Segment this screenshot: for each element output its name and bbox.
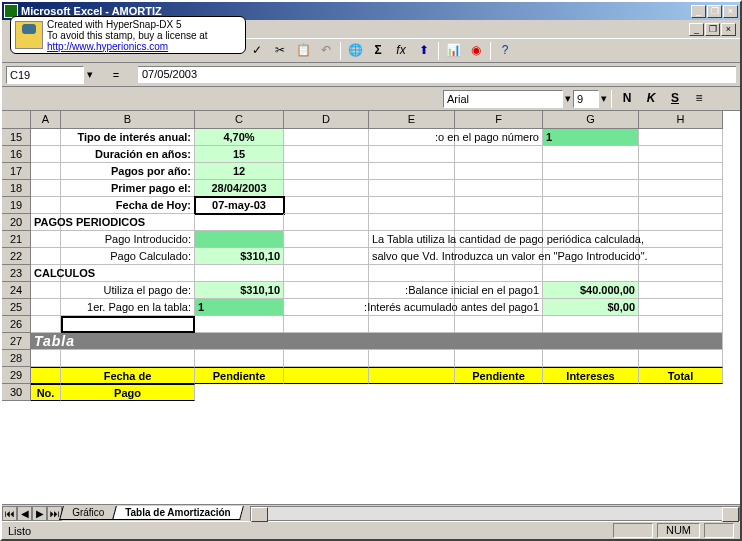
cell[interactable] [639,197,723,214]
val-primer[interactable]: 28/04/2003 [195,180,284,197]
cell[interactable] [284,214,369,231]
cell[interactable] [639,231,723,248]
row-header[interactable]: 19 [2,197,31,214]
label-intacum[interactable]: Interés acumulado antes del pago1: [455,299,543,316]
cell[interactable] [639,163,723,180]
cell[interactable] [639,316,723,333]
formula-bar[interactable]: 07/05/2003 [138,66,736,83]
cell[interactable] [543,350,639,367]
hdr-no[interactable]: No. [31,384,61,401]
row-header[interactable]: 23 [2,265,31,282]
function-icon[interactable]: fx [390,40,412,61]
col-header[interactable]: E [369,111,455,129]
hdr-fecha[interactable]: Pago31128-abr-03$40.000,00$156,67$153,44… [61,384,195,401]
underline-button[interactable]: S [664,88,686,109]
label-primerpago[interactable]: 1er. Pago en la tabla: [61,299,195,316]
cell[interactable] [284,231,369,248]
cell[interactable] [369,146,455,163]
section-calculos[interactable]: CALCULOS [31,265,61,282]
val-dur[interactable]: 15 [195,146,284,163]
cell[interactable] [284,282,369,299]
cell[interactable] [543,197,639,214]
cell[interactable] [369,180,455,197]
cell[interactable] [639,214,723,231]
undo-icon[interactable]: ↶ [315,40,337,61]
cell[interactable] [369,316,455,333]
col-header[interactable]: D [284,111,369,129]
chart-icon[interactable]: 📊 [442,40,464,61]
cell[interactable] [284,316,369,333]
cell[interactable] [284,146,369,163]
chevron-down-icon[interactable]: ▾ [601,92,607,105]
cell[interactable] [284,265,369,282]
cell[interactable] [31,180,61,197]
cell[interactable] [455,146,543,163]
cell[interactable] [543,146,639,163]
cell[interactable] [31,146,61,163]
row-header[interactable]: 16 [2,146,31,163]
val-hoy[interactable]: 07-may-03 [195,197,284,214]
doc-restore-button[interactable]: ❐ [705,23,720,36]
cell[interactable] [639,248,723,265]
label-pagonum[interactable]: o en el pago número: [455,129,543,146]
cell[interactable] [543,316,639,333]
val-ppa[interactable]: 12 [195,163,284,180]
col-header[interactable]: F [455,111,543,129]
doc-minimize-button[interactable]: _ [689,23,704,36]
next-sheet-button[interactable]: ▶ [32,506,47,521]
col-header[interactable]: A [31,111,61,129]
cell[interactable] [31,282,61,299]
sort-icon[interactable]: ⬆ [413,40,435,61]
cell-reference-box[interactable] [6,66,84,84]
cell[interactable] [455,316,543,333]
cell[interactable] [369,214,455,231]
row-header[interactable]: 28 [2,350,31,367]
hdr-pendini[interactable]: Pendiente [195,367,284,384]
cell[interactable] [455,265,543,282]
help-icon[interactable]: ? [494,40,516,61]
val-utiliza[interactable]: $310,10 [195,282,284,299]
hdr-pendfin[interactable]: Pendiente [455,367,543,384]
val-pagonum[interactable]: 1 [543,129,639,146]
spreadsheet-grid[interactable]: A B C D E F G H 15Tipo de interés anual:… [2,110,740,504]
hdr-intacum[interactable]: Intereses [543,367,639,384]
cell[interactable] [284,129,369,146]
val-balini[interactable]: $40.000,00 [543,282,639,299]
cell[interactable] [639,180,723,197]
col-header[interactable]: H [639,111,723,129]
label-pago-intro[interactable]: Pago Introducido: [61,231,195,248]
hdr-total[interactable]: Total [639,367,723,384]
cell[interactable] [195,265,284,282]
row-header[interactable]: 29 [2,367,31,384]
hdr-no[interactable] [31,367,61,384]
val-pago-calc[interactable]: $310,10 [195,248,284,265]
label-utiliza[interactable]: Utiliza el pago de: [61,282,195,299]
first-sheet-button[interactable]: ⏮ [2,506,17,521]
cell[interactable] [31,299,61,316]
drawing-icon[interactable]: ◉ [465,40,487,61]
hyperlink-icon[interactable]: 🌐 [344,40,366,61]
row-header[interactable]: 20 [2,214,31,231]
cell[interactable] [31,350,61,367]
cell[interactable] [284,180,369,197]
row-header[interactable]: 15 [2,129,31,146]
cell[interactable] [455,350,543,367]
sheet-tab-tabla[interactable]: Tabla de Amortización [112,506,243,520]
row-header[interactable]: 18 [2,180,31,197]
cell[interactable] [195,350,284,367]
row-header[interactable]: 24 [2,282,31,299]
cell[interactable] [455,197,543,214]
row-header[interactable]: 27 [2,333,31,350]
cell[interactable] [369,265,455,282]
label-pago-calc[interactable]: Pago Calculado: [61,248,195,265]
row-header[interactable]: 26 [2,316,31,333]
note2[interactable]: salvo que Vd. Introduzca un valor en "Pa… [369,248,455,265]
cell[interactable] [455,180,543,197]
label-dur[interactable]: Duración en años: [61,146,195,163]
cell[interactable] [369,197,455,214]
select-all-corner[interactable] [2,111,31,129]
label-balini[interactable]: Balance inicial en el pago1: [455,282,543,299]
cell[interactable] [455,214,543,231]
cell[interactable] [639,265,723,282]
input-box[interactable] [61,316,195,333]
